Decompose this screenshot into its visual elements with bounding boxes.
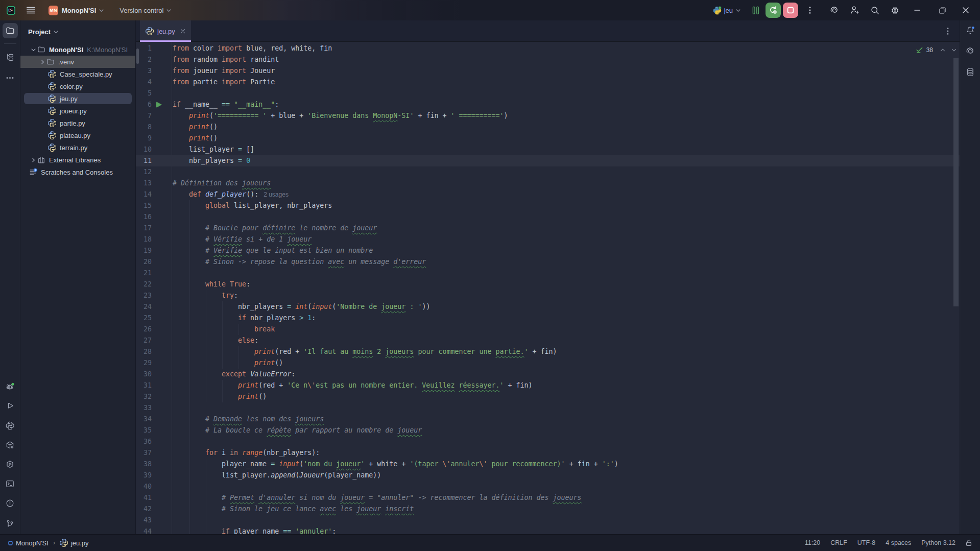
problems-icon [6, 499, 14, 508]
ai-assistant-button[interactable] [827, 3, 842, 18]
line-number: 39 [136, 470, 152, 481]
status-caret-position[interactable]: 11:20 [800, 539, 825, 546]
inspection-widget[interactable]: 38 [915, 45, 957, 55]
tree-item-label: terrain.py [60, 144, 87, 152]
tab-close-icon[interactable] [180, 28, 186, 34]
line-number: 20 [136, 256, 152, 268]
vcs-chevron-down-icon[interactable] [165, 7, 172, 14]
tool-stripe-run-button[interactable] [3, 398, 18, 414]
code-editor[interactable]: 1from color import blue, red, white, fin… [136, 42, 960, 534]
python-file-icon [48, 82, 56, 90]
code-line-26: 26 break [136, 324, 960, 335]
code-line-9: 9 print() [136, 133, 960, 144]
code-text: from partie import Partie [173, 77, 275, 88]
code-text: print('========== ' + blue + 'Bienvenue … [173, 110, 508, 122]
code-line-43: 43 [136, 515, 960, 526]
editor-tab-bar: jeu.py [136, 20, 960, 42]
stop-button[interactable] [783, 3, 798, 18]
more-actions-button[interactable] [802, 3, 818, 18]
tree-item-terrain-py[interactable]: terrain.py [20, 141, 135, 154]
line-number: 36 [136, 436, 152, 447]
code-text: def def_player():2 usages [173, 189, 289, 200]
main-menu-button[interactable] [27, 7, 35, 14]
editor-options-button[interactable] [944, 27, 952, 35]
tool-stripe-python-console-button[interactable] [3, 418, 18, 433]
status-encoding[interactable]: UTF-8 [852, 539, 880, 546]
tab-jeu-py[interactable]: jeu.py [140, 20, 191, 42]
close-button[interactable] [957, 0, 974, 20]
chevron-right-icon[interactable] [29, 156, 37, 164]
project-panel-chevron-down-icon[interactable] [53, 29, 59, 35]
stripe-divider [4, 43, 16, 44]
project-name[interactable]: MonopN'SI [62, 7, 96, 14]
line-number: 18 [136, 234, 152, 245]
tool-stripe-ai-assistant-button[interactable] [963, 43, 978, 59]
line-number: 37 [136, 447, 152, 459]
tool-stripe-structure-button[interactable] [3, 50, 18, 65]
tree-item--venv[interactable]: .venv [20, 56, 135, 68]
tree-item-external-libraries[interactable]: External Libraries [20, 154, 135, 166]
tree-item-color-py[interactable]: color.py [20, 80, 135, 92]
breadcrumbs: MonopN'SI › jeu.py [8, 539, 89, 547]
next-problem-icon[interactable] [951, 47, 957, 53]
tree-item-label: MonopN'SI [49, 46, 83, 54]
code-line-21: 21 [136, 268, 960, 279]
project-panel: Project MonopN'SIK:\MonopN'SI.venvCase_s… [20, 20, 136, 534]
tree-item-monopn-si[interactable]: MonopN'SIK:\MonopN'SI [20, 43, 135, 56]
line-number: 5 [136, 88, 152, 99]
minimize-button[interactable] [909, 0, 926, 20]
tool-stripe-project-button[interactable] [3, 23, 18, 38]
breadcrumb-project[interactable]: MonopN'SI [16, 539, 49, 547]
project-panel-title[interactable]: Project [28, 28, 51, 36]
code-text: # Sinon le jeu ce lance avec les joueur … [173, 504, 414, 515]
code-with-me-button[interactable] [847, 3, 863, 18]
tool-stripe-problems-button[interactable] [3, 495, 18, 511]
search-everywhere-button[interactable] [867, 3, 882, 18]
project-avatar[interactable]: MN [49, 6, 58, 15]
tree-item-label: partie.py [60, 119, 85, 127]
status-indent[interactable]: 4 spaces [880, 539, 916, 546]
tree-item-scratches-and-consoles[interactable]: Scratches and Consoles [20, 166, 135, 178]
line-number: 25 [136, 313, 152, 324]
tree-item-plateau-py[interactable]: plateau.py [20, 129, 135, 141]
tool-stripe-python-packages-button[interactable] [3, 437, 18, 452]
tool-stripe-version-control-button[interactable] [3, 516, 18, 531]
breadcrumb-file[interactable]: jeu.py [71, 539, 89, 547]
chevron-down-icon[interactable] [29, 45, 37, 54]
tree-item-label: Case_speciale.py [60, 70, 112, 78]
tree-item-partie-py[interactable]: partie.py [20, 117, 135, 129]
tree-item-case-speciale-py[interactable]: Case_speciale.py [20, 68, 135, 80]
python-file-icon [48, 131, 56, 139]
notifications-bell-button[interactable] [965, 26, 975, 36]
chevron-right-icon[interactable] [38, 58, 46, 66]
code-line-25: 25 if nbr_players > 1: [136, 313, 960, 324]
tool-stripe-more-tool-windows-button[interactable] [3, 70, 18, 85]
rerun-button[interactable] [766, 3, 781, 18]
code-text: break [173, 324, 275, 335]
tool-stripe-services-button[interactable] [3, 457, 18, 472]
pause-button[interactable] [748, 3, 763, 18]
code-text: print() [173, 357, 283, 369]
restore-button[interactable] [934, 0, 951, 20]
status-bar: MonopN'SI › jeu.py 11:20CRLFUTF-84 space… [0, 534, 980, 551]
prev-problem-icon[interactable] [940, 47, 946, 53]
run-config-selector[interactable]: jeu [709, 6, 742, 15]
editor-scrollbar[interactable] [953, 58, 959, 306]
tree-item-jeu-py[interactable]: jeu.py [20, 92, 135, 105]
status-interpreter[interactable]: Python 3.12 [916, 539, 961, 546]
readonly-lock-icon[interactable] [965, 539, 973, 547]
tool-stripe-terminal-button[interactable] [3, 476, 18, 491]
tool-stripe-debug-button[interactable] [3, 379, 18, 394]
line-number: 10 [136, 144, 152, 155]
run-line-icon[interactable] [156, 102, 162, 108]
settings-button[interactable] [887, 3, 902, 18]
status-line-ending[interactable]: CRLF [825, 539, 852, 546]
project-panel-scrollbar[interactable] [136, 49, 139, 64]
line-number: 43 [136, 515, 152, 526]
project-chevron-down-icon[interactable] [98, 7, 105, 14]
tool-stripe-database-button[interactable] [963, 64, 978, 80]
code-line-36: 36 [136, 436, 960, 447]
tree-item-label: plateau.py [60, 132, 90, 139]
vcs-menu[interactable]: Version control [119, 7, 163, 14]
tree-item-joueur-py[interactable]: joueur.py [20, 105, 135, 117]
